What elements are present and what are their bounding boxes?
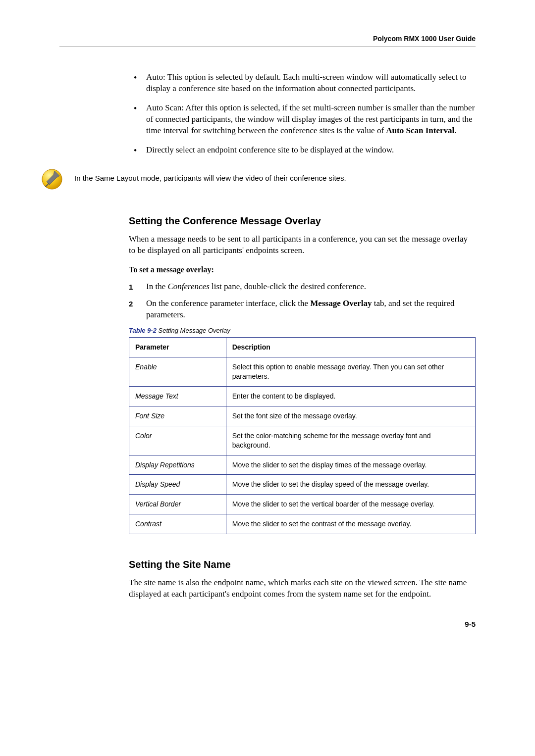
bullet-direct-select: Directly select an endpoint conference s… — [129, 145, 476, 156]
bullet-direct-select-text: Directly select an endpoint conference s… — [146, 145, 394, 154]
table-row: Display Repetitions Move the slider to s… — [129, 455, 476, 475]
desc-cell: Move the slider to set the vertical boar… — [226, 495, 475, 514]
bullet-auto-scan-post: . — [454, 126, 456, 135]
step-2-bold: Message Overlay — [310, 299, 372, 308]
table-header-row: Parameter Description — [129, 338, 476, 357]
table-row: Message Text Enter the content to be dis… — [129, 386, 476, 406]
message-overlay-table: Parameter Description Enable Select this… — [129, 337, 476, 534]
heading-message-overlay: Setting the Conference Message Overlay — [129, 215, 476, 227]
step-1-italic: Conferences — [167, 282, 209, 291]
desc-cell: Move the slider to set the display times… — [226, 455, 475, 475]
param-cell: Contrast — [129, 514, 226, 534]
table-caption-label: Table 9-2 — [129, 327, 157, 334]
th-description: Description — [226, 338, 475, 357]
bullet-auto: Auto: This option is selected by default… — [129, 72, 476, 95]
table-caption-rest: Setting Message Overlay — [157, 327, 230, 334]
table-row: Display Speed Move the slider to set the… — [129, 475, 476, 495]
table-caption: Table 9-2 Setting Message Overlay — [129, 327, 476, 334]
pin-note-icon — [40, 166, 64, 191]
intro-message-overlay: When a message needs to be sent to all p… — [129, 234, 476, 256]
param-cell: Vertical Border — [129, 495, 226, 514]
procedure-title: To set a message overlay: — [129, 265, 476, 274]
page-number: 9-5 — [59, 620, 476, 628]
step-1-number: 1 — [129, 282, 133, 292]
desc-cell: Move the slider to set the contrast of t… — [226, 514, 475, 534]
table-row: Contrast Move the slider to set the cont… — [129, 514, 476, 534]
param-cell: Message Text — [129, 386, 226, 406]
table-row: Enable Select this option to enable mess… — [129, 357, 476, 387]
bullet-auto-scan: Auto Scan: After this option is selected… — [129, 102, 476, 137]
th-parameter: Parameter — [129, 338, 226, 357]
heading-site-name: Setting the Site Name — [129, 559, 476, 570]
desc-cell: Move the slider to set the display speed… — [226, 475, 475, 495]
desc-cell: Set the color-matching scheme for the me… — [226, 426, 475, 455]
table-row: Color Set the color-matching scheme for … — [129, 426, 476, 455]
param-cell: Display Repetitions — [129, 455, 226, 475]
param-cell: Color — [129, 426, 226, 455]
step-2-pre: On the conference parameter interface, c… — [146, 299, 310, 308]
table-row: Vertical Border Move the slider to set t… — [129, 495, 476, 514]
desc-cell: Select this option to enable message ove… — [226, 357, 475, 387]
body-site-name: The site name is also the endpoint name,… — [129, 577, 476, 600]
step-2-number: 2 — [129, 299, 133, 309]
layout-options-list: Auto: This option is selected by default… — [129, 72, 476, 156]
desc-cell: Enter the content to be displayed. — [226, 386, 475, 406]
procedure-steps: 1 In the Conferences list pane, double-c… — [129, 281, 476, 321]
step-1-post: list pane, double-click the desired conf… — [210, 282, 366, 291]
bullet-auto-scan-bold: Auto Scan Interval — [386, 126, 454, 135]
table-row: Font Size Set the font size of the messa… — [129, 406, 476, 426]
param-cell: Display Speed — [129, 475, 226, 495]
page-header: Polycom RMX 1000 User Guide — [59, 35, 476, 47]
bullet-auto-text: Auto: This option is selected by default… — [146, 72, 466, 93]
step-1-pre: In the — [146, 282, 167, 291]
page-content: Auto: This option is selected by default… — [59, 72, 476, 156]
step-1: 1 In the Conferences list pane, double-c… — [129, 281, 476, 293]
note-block: In the Same Layout mode, participants wi… — [0, 166, 476, 191]
note-text: In the Same Layout mode, participants wi… — [74, 173, 346, 183]
step-2: 2 On the conference parameter interface,… — [129, 298, 476, 321]
param-cell: Font Size — [129, 406, 226, 426]
param-cell: Enable — [129, 357, 226, 387]
section-message-overlay: Setting the Conference Message Overlay W… — [59, 215, 476, 600]
guide-title: Polycom RMX 1000 User Guide — [373, 35, 476, 43]
desc-cell: Set the font size of the message overlay… — [226, 406, 475, 426]
